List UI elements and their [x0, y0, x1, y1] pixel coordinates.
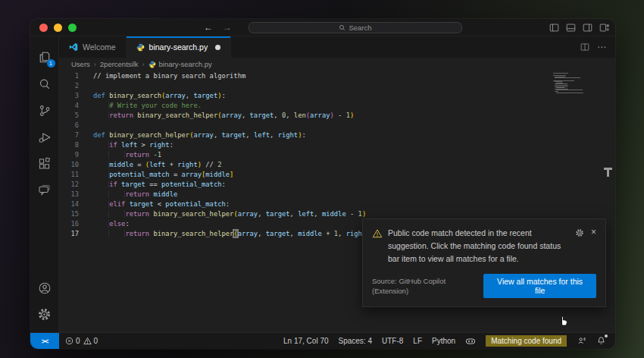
- sidebar-item-run-debug[interactable]: [30, 124, 59, 150]
- code-line[interactable]: 4 # Write your code here.: [59, 101, 615, 111]
- status-bar: >< 0 0 Ln 17, Col 70 Spaces: 4 UTF-8 LF …: [30, 332, 615, 349]
- line-number: 9: [59, 150, 79, 160]
- run-debug-icon: [37, 130, 52, 145]
- notification-toast: Public code match detected in the recent…: [362, 218, 606, 307]
- code-line[interactable]: 11 potential_match = array[middle]: [59, 170, 615, 180]
- nav-back-icon[interactable]: ←: [204, 22, 213, 33]
- notification-dot: [605, 334, 608, 338]
- close-window-button[interactable]: [39, 24, 48, 32]
- code-line[interactable]: 14 elif target < potential_match:: [59, 199, 615, 209]
- source-control-icon: [37, 103, 52, 118]
- extensions-icon: [37, 156, 52, 171]
- line-number: 17: [59, 229, 79, 239]
- tab-label: binary-search.py: [149, 42, 208, 52]
- split-editor-icon[interactable]: [580, 42, 589, 52]
- python-file-icon: [148, 61, 156, 68]
- cursor-position[interactable]: Ln 17, Col 70: [283, 337, 329, 345]
- vscode-logo-icon: [69, 42, 78, 52]
- sidebar-item-explorer[interactable]: 1: [30, 44, 59, 71]
- copilot-icon[interactable]: [465, 336, 476, 347]
- tab-welcome[interactable]: Welcome: [59, 36, 127, 58]
- traffic-lights: [39, 24, 77, 32]
- breadcrumb-file[interactable]: binary-search.py: [148, 60, 212, 68]
- code-line[interactable]: 5 return binary_search_helper(array, tar…: [59, 111, 615, 121]
- sidebar-item-source-control[interactable]: [30, 97, 59, 124]
- tab-bar: Welcome binary-search.py ⋯: [59, 36, 615, 58]
- explorer-badge: 1: [47, 59, 55, 68]
- matching-code-found-status-item[interactable]: Matching code found: [486, 335, 567, 347]
- view-all-matches-button[interactable]: View all matches for this file: [483, 274, 596, 298]
- line-number: 6: [59, 121, 79, 130]
- line-number: 4: [59, 101, 79, 111]
- accounts-button[interactable]: [30, 275, 59, 301]
- line-number: 11: [59, 170, 79, 180]
- problems-warnings[interactable]: 0: [83, 337, 98, 345]
- toggle-secondary-sidebar-icon[interactable]: [583, 23, 592, 33]
- sidebar-item-search[interactable]: [30, 71, 59, 97]
- line-number: 2: [59, 81, 79, 91]
- toggle-primary-sidebar-icon[interactable]: [549, 23, 559, 33]
- tab-label: Welcome: [83, 42, 116, 52]
- line-number: 13: [59, 190, 79, 199]
- search-icon: [339, 24, 345, 31]
- notification-source: Source: GitHub Copilot (Extension): [372, 276, 483, 296]
- code-line[interactable]: 12 if target == potential_match:: [59, 180, 615, 190]
- code-line[interactable]: 8 if left > right:: [59, 140, 615, 150]
- sidebar-item-chat[interactable]: [30, 177, 59, 203]
- code-line[interactable]: 6: [59, 121, 615, 130]
- command-center-search[interactable]: Search: [249, 22, 462, 33]
- notifications-bell[interactable]: [596, 336, 606, 346]
- code-line[interactable]: 9 return -1: [59, 150, 615, 160]
- problems-errors[interactable]: 0: [65, 337, 80, 345]
- indentation[interactable]: Spaces: 4: [339, 337, 372, 345]
- breadcrumb-item[interactable]: 2percentsilk: [100, 60, 139, 68]
- nav-forward-icon[interactable]: →: [223, 22, 232, 33]
- line-number: 16: [59, 219, 79, 229]
- breadcrumb: Users › 2percentsilk › binary-search.py: [59, 58, 615, 71]
- zoom-window-button[interactable]: [68, 24, 77, 32]
- line-number: 5: [59, 111, 79, 121]
- notification-message: Public code match detected in the recent…: [388, 227, 570, 265]
- feedback-icon[interactable]: [577, 336, 586, 346]
- python-file-icon: [136, 43, 145, 52]
- sidebar-item-extensions[interactable]: [30, 150, 59, 177]
- remote-indicator[interactable]: ><: [30, 333, 59, 349]
- code-line[interactable]: 2: [59, 81, 615, 91]
- code-lines: 1// implement a binary search algorithm2…: [59, 71, 615, 239]
- line-number: 12: [59, 180, 79, 190]
- overview-ruler-cursor-mark: [604, 168, 612, 170]
- line-number: 8: [59, 140, 79, 150]
- notification-settings-gear-icon[interactable]: [575, 228, 584, 237]
- error-count: 0: [76, 337, 80, 345]
- activity-bar: 1: [30, 36, 59, 332]
- warning-icon: [372, 228, 383, 239]
- code-line[interactable]: 13 return middle: [59, 190, 615, 199]
- eol-sequence[interactable]: LF: [413, 337, 422, 345]
- line-number: 15: [59, 209, 79, 219]
- minimap[interactable]: [553, 73, 589, 93]
- code-line[interactable]: 7def binary_search_helper(array, target,…: [59, 130, 615, 140]
- error-icon: [65, 337, 73, 345]
- customize-layout-icon[interactable]: [599, 23, 609, 33]
- warning-count: 0: [94, 337, 98, 345]
- warning-icon: [83, 337, 92, 345]
- line-number: 10: [59, 160, 79, 170]
- more-actions-icon[interactable]: ⋯: [597, 42, 606, 52]
- minimize-window-button[interactable]: [54, 24, 62, 32]
- search-placeholder: Search: [349, 24, 371, 32]
- close-icon[interactable]: ×: [591, 228, 596, 236]
- code-line[interactable]: 1// implement a binary search algorithm: [59, 71, 615, 81]
- breadcrumb-file-label: binary-search.py: [159, 60, 212, 68]
- line-number: 3: [59, 91, 79, 101]
- mouse-pointer-cursor: [558, 313, 570, 326]
- breadcrumb-item[interactable]: Users: [71, 60, 90, 68]
- tab-binary-search[interactable]: binary-search.py: [127, 36, 232, 58]
- language-mode[interactable]: Python: [432, 337, 455, 345]
- toggle-panel-icon[interactable]: [566, 23, 576, 33]
- settings-button[interactable]: [30, 301, 59, 328]
- encoding[interactable]: UTF-8: [382, 337, 403, 345]
- code-editor[interactable]: 1// implement a binary search algorithm2…: [59, 71, 615, 332]
- modified-dot[interactable]: [215, 45, 220, 50]
- code-line[interactable]: 3def binary_search(array, target):: [59, 91, 615, 101]
- code-line[interactable]: 10 middle = (left + right) // 2: [59, 160, 615, 170]
